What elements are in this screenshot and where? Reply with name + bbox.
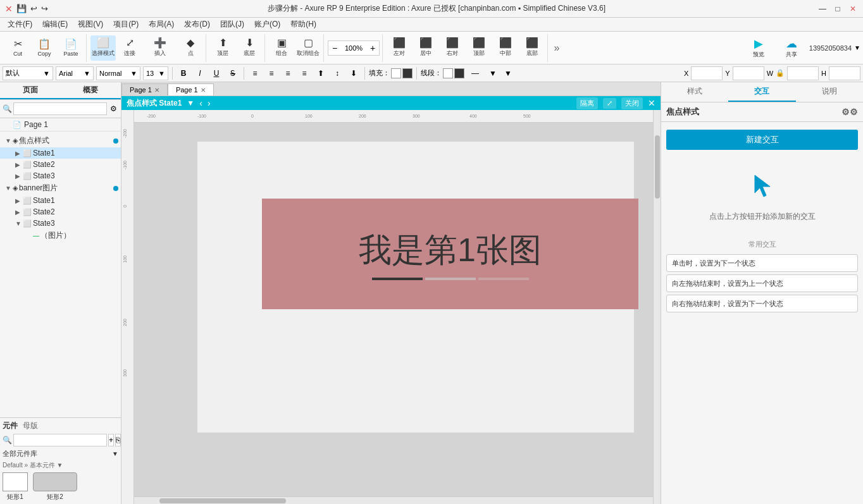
menu-edit[interactable]: 编辑(E) — [37, 18, 73, 31]
interaction-item-1[interactable]: 单击时，设置为下一个状态 — [666, 254, 858, 272]
bold-button[interactable]: B — [177, 66, 190, 80]
maximize-button[interactable]: □ — [833, 4, 843, 14]
menu-help[interactable]: 帮助(H) — [285, 18, 321, 31]
canvas-hscrollbar[interactable] — [134, 496, 653, 504]
strike-button[interactable]: S̶ — [226, 66, 240, 80]
font-family-dropdown[interactable]: Arial ▼ — [56, 66, 94, 80]
line-color-box[interactable] — [443, 68, 453, 78]
comp-copy-button[interactable]: ⎘ — [115, 434, 121, 446]
group-button[interactable]: ▣ 组合 — [269, 35, 294, 61]
new-interaction-button[interactable]: 新建交互 — [666, 130, 858, 150]
tree-banner-state2[interactable]: ▶ ⬜ State2 — [0, 206, 121, 218]
interaction-item-3[interactable]: 向右拖动结束时，设置为下一个状态 — [666, 295, 858, 312]
align-left-button[interactable]: ⬛ 左对 — [387, 35, 412, 61]
text-align-right-button[interactable]: ≡ — [281, 66, 295, 80]
save-icon[interactable]: 💾 — [16, 4, 27, 13]
italic-button[interactable]: I — [193, 66, 207, 80]
tab-style[interactable]: 样式 — [661, 82, 728, 102]
tree-state1-focal[interactable]: ▶ ⬜ State1 — [0, 147, 121, 159]
redo-icon[interactable]: ↪ — [41, 4, 48, 13]
tree-state2-focal[interactable]: ▶ ⬜ State2 — [0, 159, 121, 170]
tree-banner-state3[interactable]: ▼ ⬜ State3 — [0, 218, 121, 229]
window-close-button[interactable]: ✕ — [848, 4, 858, 14]
fill-color-box2[interactable] — [402, 68, 413, 78]
underline-button[interactable]: U — [209, 66, 223, 80]
text-valign-bottom-button[interactable]: ⬇ — [347, 66, 361, 80]
menu-project[interactable]: 项目(P) — [108, 18, 144, 31]
share-button[interactable]: ☁ 共享 — [776, 34, 807, 62]
canvas-tab-close-2[interactable]: ✕ — [201, 87, 206, 94]
menu-view[interactable]: 视图(V) — [73, 18, 108, 31]
point-button[interactable]: ◆ 点 — [178, 35, 203, 61]
x-input[interactable] — [691, 66, 723, 80]
text-valign-middle-button[interactable]: ↕ — [330, 66, 344, 80]
align-bottom-button[interactable]: ⬛ 底部 — [519, 35, 545, 61]
tab-pages[interactable]: 页面 — [0, 82, 61, 99]
tab-outline[interactable]: 概要 — [61, 82, 121, 99]
menu-team[interactable]: 团队(J) — [215, 18, 249, 31]
left-search-input[interactable] — [13, 102, 107, 115]
comp-item-rect1[interactable]: 矩形1 — [3, 472, 28, 501]
close-component-button[interactable]: 关闭 — [621, 97, 643, 109]
line-weight-button[interactable]: ▼ — [486, 66, 500, 80]
select-mode-button[interactable]: ⬜ 选择模式 — [90, 35, 116, 61]
comp-tab-masters[interactable]: 母版 — [23, 421, 38, 431]
comp-tab-widgets[interactable]: 元件 — [3, 421, 18, 431]
insert-button[interactable]: ➕ 插入 — [144, 35, 177, 61]
undo-icon[interactable]: ↩ — [30, 4, 37, 13]
canvas-tab-close-1[interactable]: ✕ — [154, 87, 159, 94]
copy-button[interactable]: 📋 Copy — [32, 35, 57, 61]
align-middle-button[interactable]: ⬛ 中部 — [493, 35, 518, 61]
interaction-item-2[interactable]: 向左拖动结束时，设置为上一个状态 — [666, 274, 858, 292]
canvas-content[interactable]: 我是第1张图 — [134, 123, 653, 496]
comp-library-arrow[interactable]: ▼ — [112, 450, 118, 457]
close-icon[interactable]: ✕ — [5, 4, 13, 14]
canvas-vscrollbar[interactable] — [653, 110, 661, 504]
canvas-tab-page1-second[interactable]: Page 1 ✕ — [168, 83, 214, 95]
tab-interaction[interactable]: 交互 — [728, 82, 795, 102]
text-align-justify-button[interactable]: ≡ — [297, 66, 311, 80]
banner-widget[interactable]: 我是第1张图 — [262, 199, 638, 309]
text-align-center-button[interactable]: ≡ — [264, 66, 278, 80]
w-input[interactable] — [787, 66, 819, 80]
canvas-header-nav-right[interactable]: › — [208, 98, 211, 108]
tab-notes[interactable]: 说明 — [796, 82, 863, 102]
fill-color-box[interactable] — [391, 68, 401, 78]
canvas-header-close-icon[interactable]: ✕ — [648, 98, 655, 108]
align-center-button[interactable]: ⬛ 居中 — [413, 35, 438, 61]
tree-state3-focal[interactable]: ▶ ⬜ State3 — [0, 170, 121, 181]
align-right-button[interactable]: ⬛ 右对 — [440, 35, 465, 61]
canvas-header-dropdown-arrow[interactable]: ▼ — [187, 99, 194, 108]
zoom-in-button[interactable]: + — [366, 40, 379, 56]
filter-icon[interactable]: ⚙ — [108, 102, 118, 115]
settings-icon[interactable]: ⚙⚙ — [841, 107, 858, 117]
expand-button[interactable]: ⤢ — [603, 98, 616, 109]
tree-image-item[interactable]: — （图片） — [0, 229, 121, 242]
h-input[interactable] — [829, 66, 860, 80]
line-style-button[interactable]: — — [466, 66, 485, 80]
line-color-box2[interactable] — [454, 68, 464, 78]
style-dropdown[interactable]: 默认 ▼ — [3, 66, 53, 80]
tree-group-banner[interactable]: ▼ ◈ banner图片 — [0, 181, 121, 195]
phone-dropdown-icon[interactable]: ▼ — [854, 44, 860, 51]
zoom-out-button[interactable]: − — [328, 40, 341, 56]
text-valign-top-button[interactable]: ⬆ — [314, 66, 328, 80]
paste-button[interactable]: 📄 Paste — [58, 35, 84, 61]
line-more-button[interactable]: ▼ — [501, 66, 515, 80]
canvas-header-nav-left[interactable]: ‹ — [199, 98, 202, 108]
comp-search-input[interactable] — [13, 434, 107, 446]
comp-add-button[interactable]: + — [108, 434, 114, 446]
preview-button[interactable]: ▶ 预览 — [743, 34, 774, 62]
text-align-left-button[interactable]: ≡ — [248, 66, 262, 80]
menu-layout[interactable]: 布局(A) — [144, 18, 179, 31]
align-top-button[interactable]: ⬛ 顶部 — [466, 35, 492, 61]
page-item[interactable]: 📄 Page 1 — [0, 118, 121, 132]
canvas-hscroll-thumb[interactable] — [159, 498, 286, 503]
cut-button[interactable]: ✂ Cut — [5, 35, 30, 61]
tree-banner-state1[interactable]: ▶ ⬜ State1 — [0, 195, 121, 206]
more-toolbar-button[interactable]: » — [549, 40, 564, 56]
y-input[interactable] — [733, 66, 764, 80]
tree-group-focal-style[interactable]: ▼ ◈ 焦点样式 — [0, 134, 121, 147]
zoom-value[interactable]: 100% — [341, 44, 366, 52]
connect-button[interactable]: ⤢ 连接 — [117, 35, 142, 61]
